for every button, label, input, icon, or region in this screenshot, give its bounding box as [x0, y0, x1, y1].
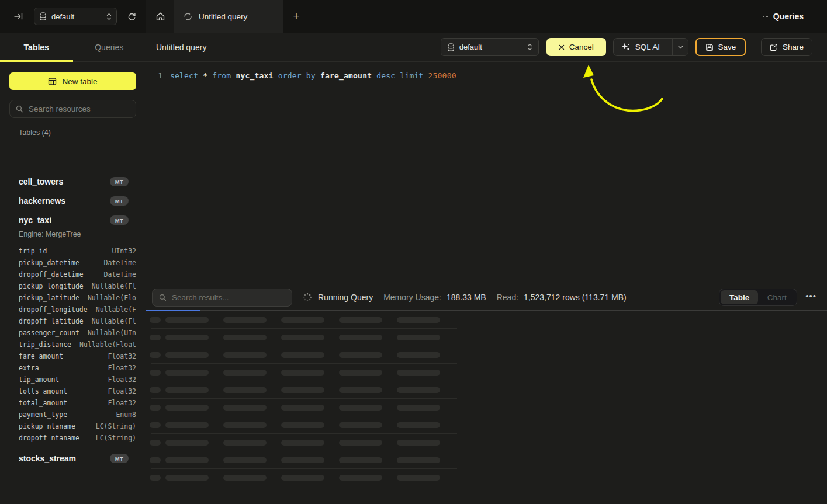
skeleton-cell: [339, 387, 382, 393]
column-row[interactable]: tolls_amountFloat32: [19, 385, 136, 397]
column-type: DateTime: [104, 270, 136, 279]
queries-link[interactable]: Queries: [763, 0, 827, 33]
column-row[interactable]: trip_idUInt32: [19, 245, 136, 257]
sql-ai-dropdown[interactable]: [672, 39, 688, 55]
column-row[interactable]: dropoff_latitudeNullable(Fl: [19, 315, 136, 327]
share-button[interactable]: Share: [761, 38, 812, 56]
code-line-1[interactable]: 1 select * from nyc_taxi order by fare_a…: [146, 69, 456, 82]
sparkle-icon: [621, 43, 630, 51]
column-row[interactable]: trip_distanceNullable(Float: [19, 339, 136, 350]
tables-section-label: Tables (4): [19, 128, 51, 137]
column-row[interactable]: extraFloat32: [19, 362, 136, 374]
skeleton-cell: [165, 352, 209, 358]
column-row[interactable]: dropoff_longitudeNullable(F: [19, 304, 136, 315]
column-row[interactable]: passenger_countNullable(UIn: [19, 327, 136, 339]
table-engine-label: Engine: MergeTree: [19, 230, 81, 238]
table-item-hackernews[interactable]: hackernews MT: [0, 192, 146, 210]
skeleton-cell: [223, 387, 267, 393]
memory-usage: Memory Usage: 188.33 MB: [383, 293, 486, 302]
database-selector[interactable]: default: [34, 8, 117, 25]
column-name: pickup_latitude: [19, 294, 79, 302]
skeleton-cell: [339, 440, 382, 446]
column-type: Enum8: [116, 411, 136, 419]
new-tab-button[interactable]: +: [283, 0, 310, 33]
query-title: Untitled query: [156, 43, 206, 52]
skeleton-cell: [165, 440, 209, 446]
view-toggle-table[interactable]: Table: [721, 290, 758, 304]
skeleton-cell: [281, 370, 324, 376]
header-database-value: default: [459, 43, 523, 51]
skeleton-cell: [165, 317, 209, 323]
column-row[interactable]: dropoff_datetimeDateTime: [19, 269, 136, 280]
editor-header-actions: default Cancel SQL AI: [441, 38, 812, 56]
skeleton-row: [146, 346, 827, 364]
table-item-cell-towers[interactable]: cell_towers MT: [0, 172, 146, 191]
sidebar-search[interactable]: [9, 100, 136, 118]
save-button[interactable]: Save: [695, 38, 746, 56]
column-row[interactable]: pickup_datetimeDateTime: [19, 257, 136, 269]
read-label: Read:: [497, 293, 518, 302]
cancel-button[interactable]: Cancel: [546, 38, 606, 56]
skeleton-cell: [165, 405, 209, 411]
skeleton-row: [146, 399, 827, 416]
annotation-arrow: [573, 58, 678, 123]
sql-ai-button[interactable]: SQL AI: [613, 38, 688, 56]
column-type: Nullable(Float: [79, 340, 136, 349]
column-row[interactable]: pickup_longitudeNullable(Fl: [19, 280, 136, 292]
header-database-selector[interactable]: default: [441, 38, 539, 56]
column-type: Float32: [108, 399, 136, 407]
topbar-left-section: default: [0, 0, 146, 33]
skeleton-cell: [339, 457, 382, 463]
column-row[interactable]: payment_typeEnum8: [19, 409, 136, 420]
table-name: stocks_stream: [19, 454, 110, 463]
view-toggle-chart[interactable]: Chart: [758, 290, 795, 304]
query-tab[interactable]: Untitled query: [174, 0, 283, 33]
skeleton-cell: [339, 317, 382, 323]
table-item-stocks-stream[interactable]: stocks_stream MT: [0, 449, 146, 468]
column-type: Nullable(Fl: [92, 282, 136, 290]
chevron-updown-icon: [106, 13, 112, 20]
share-icon: [770, 43, 778, 51]
column-type: LC(String): [96, 434, 136, 442]
memory-usage-label: Memory Usage:: [383, 293, 441, 302]
database-icon: [447, 43, 455, 51]
results-search-input[interactable]: [172, 293, 285, 302]
skeleton-cell: [281, 422, 324, 428]
sidebar-tab-queries[interactable]: Queries: [73, 33, 146, 61]
skeleton-cell: [223, 440, 267, 446]
column-type: LC(String): [96, 422, 136, 430]
table-item-nyc-taxi[interactable]: nyc_taxi MT: [0, 211, 146, 230]
column-row[interactable]: total_amountFloat32: [19, 397, 136, 409]
sql-editor[interactable]: 1 select * from nyc_taxi order by fare_a…: [146, 62, 827, 285]
column-type: Nullable(F: [96, 305, 136, 314]
new-table-button[interactable]: New table: [9, 72, 136, 90]
column-name: dropoff_ntaname: [19, 434, 79, 442]
sql-ai-main[interactable]: SQL AI: [614, 39, 667, 55]
new-table-label: New table: [62, 77, 97, 86]
skeleton-row: [146, 381, 827, 399]
column-row[interactable]: pickup_ntanameLC(String): [19, 420, 136, 432]
skeleton-cell: [397, 440, 440, 446]
skeleton-cell: [397, 405, 440, 411]
skeleton-cell: [397, 317, 440, 323]
skeleton-cell: [281, 405, 324, 411]
skeleton-cell: [339, 335, 382, 340]
home-tab-button[interactable]: [146, 0, 174, 33]
skeleton-cell: [223, 370, 267, 376]
collapse-sidebar-button[interactable]: [12, 9, 26, 23]
skeleton-cell: [397, 387, 440, 393]
sidebar-search-input[interactable]: [29, 105, 130, 113]
more-options-button[interactable]: •••: [805, 291, 816, 304]
skeleton-cell: [397, 457, 440, 463]
column-name: passenger_count: [19, 329, 79, 337]
skeleton-cell: [150, 387, 161, 393]
search-icon: [16, 105, 23, 113]
column-row[interactable]: dropoff_ntanameLC(String): [19, 432, 136, 444]
table-name: cell_towers: [19, 177, 110, 186]
results-search[interactable]: [152, 289, 292, 307]
column-row[interactable]: pickup_latitudeNullable(Flo: [19, 292, 136, 304]
column-row[interactable]: fare_amountFloat32: [19, 350, 136, 362]
sidebar-tab-tables[interactable]: Tables: [0, 33, 73, 61]
column-row[interactable]: tip_amountFloat32: [19, 374, 136, 385]
refresh-button[interactable]: [125, 10, 139, 23]
